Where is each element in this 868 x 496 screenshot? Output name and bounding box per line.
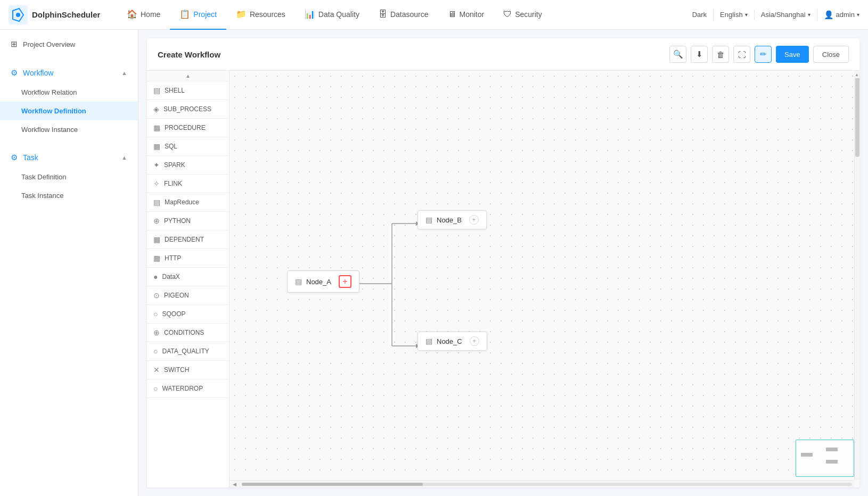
save-button[interactable]: Save bbox=[776, 46, 809, 63]
theme-toggle[interactable]: Dark bbox=[692, 11, 707, 19]
nav-item-home[interactable]: 🏠 Home bbox=[117, 0, 170, 30]
canvas-header: Create Workflow 🔍 ⬇ 🗑 ⛶ ✏ Save Close bbox=[147, 38, 859, 71]
nav-divider-1 bbox=[713, 10, 714, 20]
topnav: DolphinScheduler 🏠 Home 📋 Project 📁 Reso… bbox=[0, 0, 868, 30]
resources-icon: 📁 bbox=[236, 9, 247, 19]
task-item-mapreduce[interactable]: ▤ MapReduce bbox=[147, 193, 229, 212]
pointer-button[interactable]: ✏ bbox=[755, 46, 772, 63]
sidebar-item-project-overview[interactable]: ⊞ Project Overview bbox=[0, 34, 138, 54]
nav-right: Dark English ▾ Asia/Shanghai ▾ 👤 admin ▾ bbox=[692, 10, 859, 20]
sidebar-item-workflow-instance[interactable]: Workflow Instance bbox=[0, 120, 138, 139]
datax-icon: ● bbox=[153, 272, 158, 281]
task-item-python[interactable]: ⊕ PYTHON bbox=[147, 212, 229, 230]
minimap-node-a bbox=[801, 453, 813, 457]
user-menu[interactable]: 👤 admin ▾ bbox=[824, 10, 859, 20]
task-panel-scroll-up[interactable]: ▲ bbox=[147, 71, 229, 81]
task-item-flink[interactable]: ✧ FLINK bbox=[147, 175, 229, 193]
task-item-dependent[interactable]: ▦ DEPENDENT bbox=[147, 230, 229, 249]
task-item-shell[interactable]: ▤ SHELL bbox=[147, 81, 229, 100]
node-a-label: Node_A bbox=[306, 278, 331, 286]
sidebar-task-section: ⚙ Task ▲ Task Definition Task Instance bbox=[0, 143, 138, 209]
node-b[interactable]: ▤ Node_B + bbox=[417, 210, 487, 229]
sidebar-task-group[interactable]: ⚙ Task ▲ bbox=[0, 147, 138, 168]
node-c-label: Node_C bbox=[437, 337, 462, 345]
task-item-pigeon[interactable]: ⊙ PIGEON bbox=[147, 286, 229, 305]
nav-item-datasource[interactable]: 🗄 Datasource bbox=[369, 0, 438, 30]
node-c[interactable]: ▤ Node_C + bbox=[417, 332, 487, 351]
node-c-icon: ▤ bbox=[425, 337, 432, 345]
sidebar: ⊞ Project Overview ⚙ Workflow ▲ Workflow… bbox=[0, 30, 138, 496]
node-a[interactable]: ▤ Node_A + bbox=[287, 270, 359, 293]
workflow-group-icon: ⚙ bbox=[11, 68, 18, 78]
nav-divider-3 bbox=[817, 10, 817, 20]
conditions-icon: ⊕ bbox=[153, 328, 160, 337]
scrollbar-vertical[interactable] bbox=[854, 71, 859, 480]
project-icon: 📋 bbox=[179, 9, 190, 19]
node-b-label: Node_B bbox=[437, 216, 462, 224]
task-item-data-quality[interactable]: ○ DATA_QUALITY bbox=[147, 342, 229, 361]
scrollbar-horizontal[interactable]: ◀ bbox=[230, 480, 854, 487]
task-group-icon: ⚙ bbox=[11, 153, 18, 162]
task-item-spark[interactable]: ✦ SPARK bbox=[147, 156, 229, 175]
node-b-icon: ▤ bbox=[425, 216, 432, 224]
main-layout: ⊞ Project Overview ⚙ Workflow ▲ Workflow… bbox=[0, 30, 868, 496]
nav-item-resources[interactable]: 📁 Resources bbox=[226, 0, 295, 30]
http-icon: ▦ bbox=[153, 254, 160, 262]
scroll-up-button[interactable]: ▲ bbox=[854, 71, 859, 78]
scrollbar-horizontal-thumb[interactable] bbox=[242, 483, 423, 486]
chevron-down-icon: ▾ bbox=[857, 12, 859, 18]
nav-divider-2 bbox=[754, 10, 755, 20]
task-item-procedure[interactable]: ▦ PROCEDURE bbox=[147, 119, 229, 137]
task-panel: ▲ ▤ SHELL ◈ SUB_PROCESS ▦ PRO bbox=[147, 71, 230, 487]
workflow-chevron-icon: ▲ bbox=[121, 70, 127, 76]
sidebar-item-task-definition[interactable]: Task Definition bbox=[0, 168, 138, 186]
task-item-datax[interactable]: ● DataX bbox=[147, 268, 229, 286]
task-item-sub-process[interactable]: ◈ SUB_PROCESS bbox=[147, 100, 229, 119]
overview-icon: ⊞ bbox=[11, 39, 18, 49]
sidebar-item-workflow-definition[interactable]: Workflow Definition bbox=[0, 102, 138, 120]
task-item-sqoop[interactable]: ○ SQOOP bbox=[147, 305, 229, 324]
scrollbar-vertical-thumb[interactable] bbox=[855, 72, 859, 157]
canvas-wrapper: Create Workflow 🔍 ⬇ 🗑 ⛶ ✏ Save Close ▲ bbox=[147, 38, 859, 487]
sidebar-task-items: Task Definition Task Instance bbox=[0, 168, 138, 205]
nav-item-data-quality[interactable]: 📊 Data Quality bbox=[295, 0, 369, 30]
canvas-draw-area[interactable]: ▤ Node_A + ▤ Node_B + ▤ Node_C bbox=[230, 71, 859, 487]
nav-item-security[interactable]: 🛡 Security bbox=[494, 0, 552, 30]
nav-item-project[interactable]: 📋 Project bbox=[170, 0, 226, 30]
download-button[interactable]: ⬇ bbox=[691, 46, 708, 63]
search-button[interactable]: 🔍 bbox=[669, 46, 686, 63]
mapreduce-icon: ▤ bbox=[153, 198, 160, 206]
task-panel-scroll: ▤ SHELL ◈ SUB_PROCESS ▦ PROCEDURE ▦ bbox=[147, 81, 229, 487]
task-item-waterdrop[interactable]: ○ WATERDROP bbox=[147, 379, 229, 398]
sidebar-workflow-group[interactable]: ⚙ Workflow ▲ bbox=[0, 63, 138, 83]
scrollbar-horizontal-track bbox=[242, 483, 852, 486]
task-item-switch[interactable]: ✕ SWITCH bbox=[147, 361, 229, 379]
logo-area[interactable]: DolphinScheduler bbox=[9, 5, 104, 24]
node-a-plus-button[interactable]: + bbox=[339, 275, 351, 288]
minimap-inner bbox=[796, 440, 854, 476]
sidebar-item-task-instance[interactable]: Task Instance bbox=[0, 186, 138, 205]
language-selector[interactable]: English ▾ bbox=[720, 11, 748, 19]
timezone-selector[interactable]: Asia/Shanghai ▾ bbox=[761, 11, 810, 19]
sidebar-workflow-section: ⚙ Workflow ▲ Workflow Relation Workflow … bbox=[0, 59, 138, 143]
scroll-left-button[interactable]: ◀ bbox=[230, 482, 240, 487]
procedure-icon: ▦ bbox=[153, 123, 160, 132]
node-c-plus-circle[interactable]: + bbox=[470, 336, 479, 346]
close-button[interactable]: Close bbox=[813, 46, 849, 63]
sidebar-item-workflow-relation[interactable]: Workflow Relation bbox=[0, 83, 138, 102]
delete-button[interactable]: 🗑 bbox=[712, 46, 729, 63]
pigeon-icon: ⊙ bbox=[153, 291, 160, 300]
sidebar-workflow-items: Workflow Relation Workflow Definition Wo… bbox=[0, 83, 138, 139]
home-icon: 🏠 bbox=[127, 9, 137, 19]
data-quality-icon: 📊 bbox=[305, 9, 315, 19]
task-item-conditions[interactable]: ⊕ CONDITIONS bbox=[147, 324, 229, 342]
task-item-sql[interactable]: ▦ SQL bbox=[147, 137, 229, 156]
logo-icon bbox=[9, 5, 28, 24]
sql-icon: ▦ bbox=[153, 142, 160, 151]
svg-point-2 bbox=[16, 13, 20, 17]
node-b-plus-circle[interactable]: + bbox=[469, 215, 479, 225]
fullscreen-button[interactable]: ⛶ bbox=[733, 46, 750, 63]
minimap[interactable] bbox=[796, 440, 854, 477]
task-item-http[interactable]: ▦ HTTP bbox=[147, 249, 229, 268]
nav-item-monitor[interactable]: 🖥 Monitor bbox=[438, 0, 494, 30]
